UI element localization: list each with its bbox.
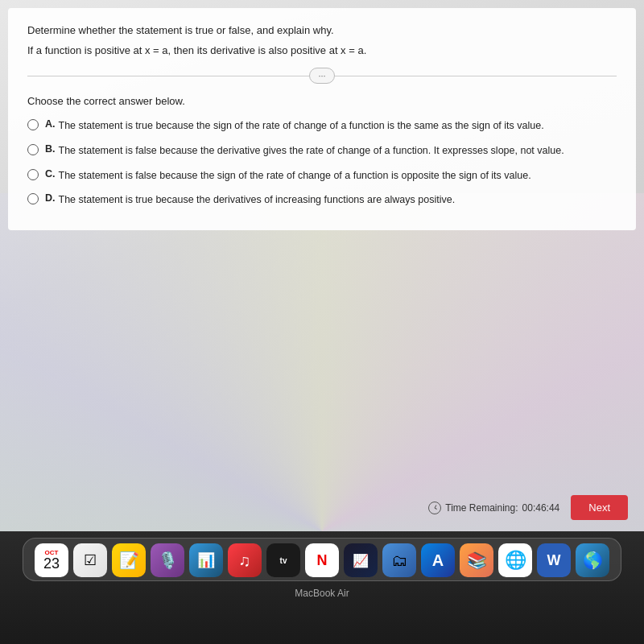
divider-line-right: [335, 76, 617, 76]
clock-icon: [428, 502, 441, 514]
appletv-icon: tv: [280, 556, 287, 565]
calendar-day: 23: [43, 556, 60, 571]
option-b[interactable]: B. The statement is false because the de…: [27, 143, 617, 159]
dock-item-calendar[interactable]: OCT 23: [35, 543, 68, 577]
files-icon: 🗂: [391, 551, 407, 570]
radio-a[interactable]: [27, 119, 39, 130]
radio-b[interactable]: [27, 144, 39, 155]
dock-item-globe[interactable]: 🌎: [576, 543, 609, 577]
question-statement: If a function is positive at x = a, then…: [27, 44, 617, 56]
time-remaining: Time Remaining: 00:46:44: [428, 502, 559, 514]
music-icon: ♫: [239, 551, 251, 570]
time-value: 00:46:44: [522, 502, 560, 514]
dock-item-appstore[interactable]: A: [421, 543, 455, 577]
divider-line-left: [27, 76, 309, 76]
options-list: A. The statement is true because the sig…: [27, 118, 617, 208]
option-c[interactable]: C. The statement is false because the si…: [27, 168, 617, 184]
option-b-letter: B.: [45, 143, 56, 155]
dock-item-reminders[interactable]: ☑: [73, 543, 107, 577]
dock-item-podcasts[interactable]: 🎙️: [151, 543, 184, 577]
appstore-icon: A: [432, 551, 444, 570]
notes-icon: 📝: [119, 551, 139, 570]
option-d-text: The statement is true because the deriva…: [59, 192, 456, 208]
option-a[interactable]: A. The statement is true because the sig…: [27, 118, 617, 134]
ibooks-icon: 📚: [467, 551, 487, 570]
bottom-bar: Time Remaining: 00:46:44 Next: [428, 495, 628, 520]
dock-item-notes[interactable]: 📝: [112, 543, 146, 577]
macbook-label: MacBook Air: [295, 588, 349, 599]
question-title: Determine whether the statement is true …: [27, 24, 617, 36]
globe-icon: 🌎: [583, 551, 603, 570]
word-icon: W: [547, 552, 561, 569]
option-c-text: The statement is false because the sign …: [59, 168, 531, 184]
choose-label: Choose the correct answer below.: [27, 95, 617, 107]
option-b-text: The statement is false because the deriv…: [59, 143, 564, 159]
next-button[interactable]: Next: [571, 495, 628, 520]
option-a-letter: A.: [45, 118, 56, 130]
option-c-letter: C.: [45, 168, 56, 180]
radio-d[interactable]: [27, 193, 39, 204]
dock-container: OCT 23 ☑ 📝 🎙️ 📊 ♫ tv N: [0, 531, 644, 644]
dock-item-keynote[interactable]: 📊: [189, 543, 223, 577]
swirl-background: [0, 193, 644, 531]
dock-item-music[interactable]: ♫: [228, 543, 262, 577]
content-card: Determine whether the statement is true …: [8, 8, 636, 230]
screen: Determine whether the statement is true …: [0, 0, 644, 531]
news-icon: N: [317, 552, 328, 569]
time-label: Time Remaining:: [445, 502, 518, 514]
dock-item-ibooks[interactable]: 📚: [460, 543, 493, 577]
divider-dots: ···: [309, 68, 334, 84]
dock-item-word[interactable]: W: [537, 543, 571, 577]
stocks-icon: 📈: [353, 553, 369, 568]
radio-c[interactable]: [27, 169, 39, 180]
dock-item-files[interactable]: 🗂: [382, 543, 416, 577]
keynote-icon: 📊: [197, 551, 215, 569]
dock-item-news[interactable]: N: [305, 543, 339, 577]
podcasts-icon: 🎙️: [158, 551, 178, 570]
option-d-letter: D.: [45, 192, 56, 204]
dock-item-appletv[interactable]: tv: [266, 543, 300, 577]
reminders-icon: ☑: [84, 551, 97, 569]
divider: ···: [27, 68, 617, 84]
chrome-icon: 🌐: [505, 550, 526, 571]
dock-item-chrome[interactable]: 🌐: [498, 543, 532, 577]
option-a-text: The statement is true because the sign o…: [59, 118, 544, 134]
dock-item-stocks[interactable]: 📈: [344, 543, 378, 577]
dock: OCT 23 ☑ 📝 🎙️ 📊 ♫ tv N: [23, 538, 621, 581]
option-d[interactable]: D. The statement is true because the der…: [27, 192, 617, 208]
